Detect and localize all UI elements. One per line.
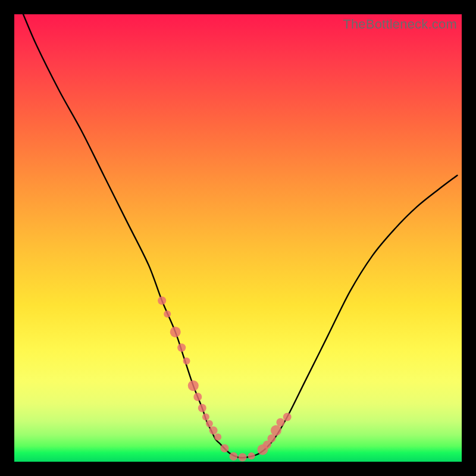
marker-dot bbox=[283, 413, 292, 421]
marker-dot bbox=[202, 414, 209, 421]
chart-svg bbox=[14, 14, 462, 462]
marker-layer bbox=[158, 296, 292, 461]
marker-dot bbox=[193, 393, 202, 401]
marker-dot bbox=[214, 434, 221, 441]
chart-frame: TheBottleneck.com bbox=[14, 14, 462, 462]
marker-dot bbox=[164, 311, 171, 318]
marker-dot bbox=[158, 296, 166, 305]
marker-dot bbox=[230, 452, 238, 461]
marker-dot bbox=[220, 444, 228, 452]
watermark-text: TheBottleneck.com bbox=[343, 17, 457, 32]
marker-dot bbox=[188, 380, 199, 391]
bottleneck-curve bbox=[23, 14, 458, 458]
marker-dot bbox=[209, 426, 218, 434]
marker-dot bbox=[206, 420, 213, 427]
marker-dot bbox=[198, 404, 206, 412]
marker-dot bbox=[271, 425, 281, 436]
marker-dot bbox=[183, 358, 190, 365]
marker-dot bbox=[239, 453, 247, 462]
marker-dot bbox=[276, 418, 284, 427]
marker-dot bbox=[170, 327, 181, 337]
marker-dot bbox=[177, 343, 186, 352]
marker-dot bbox=[248, 452, 255, 459]
